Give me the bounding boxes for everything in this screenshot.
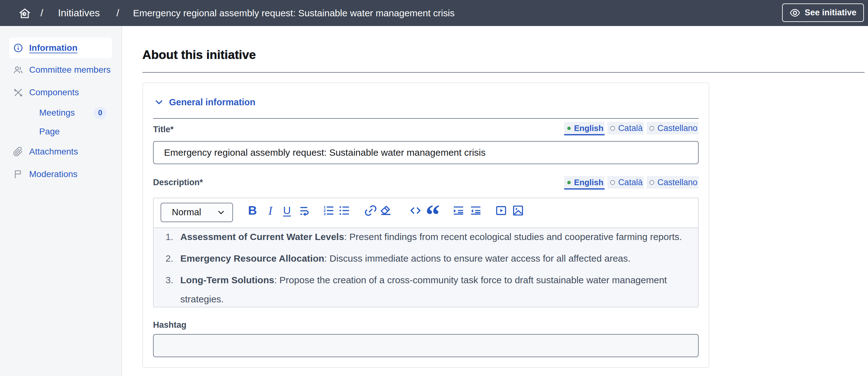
svg-text:3: 3: [323, 212, 326, 216]
